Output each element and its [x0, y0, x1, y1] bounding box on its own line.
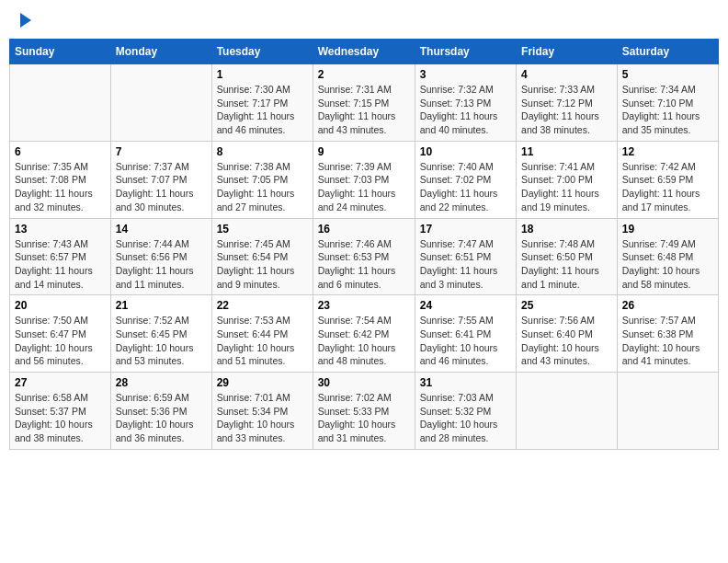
day-number: 22	[217, 299, 308, 312]
day-info: Sunrise: 7:48 AMSunset: 6:50 PMDaylight:…	[521, 237, 612, 292]
calendar-cell: 20Sunrise: 7:50 AMSunset: 6:47 PMDayligh…	[10, 295, 111, 373]
day-info: Sunrise: 7:41 AMSunset: 7:00 PMDaylight:…	[521, 160, 612, 214]
calendar-cell: 30Sunrise: 7:02 AMSunset: 5:33 PMDayligh…	[313, 373, 415, 450]
day-number: 6	[15, 145, 106, 158]
day-number: 16	[318, 223, 410, 236]
calendar-cell: 17Sunrise: 7:47 AMSunset: 6:51 PMDayligh…	[415, 218, 516, 295]
calendar-cell: 22Sunrise: 7:53 AMSunset: 6:44 PMDayligh…	[211, 295, 313, 373]
day-number: 1	[217, 68, 308, 81]
day-number: 24	[420, 299, 511, 312]
calendar-cell	[10, 64, 111, 142]
day-number: 26	[622, 299, 713, 312]
day-info: Sunrise: 7:57 AMSunset: 6:38 PMDaylight:…	[622, 314, 713, 368]
calendar-cell: 6Sunrise: 7:35 AMSunset: 7:08 PMDaylight…	[10, 141, 111, 218]
day-info: Sunrise: 7:38 AMSunset: 7:05 PMDaylight:…	[217, 160, 308, 214]
day-info: Sunrise: 7:02 AMSunset: 5:33 PMDaylight:…	[318, 391, 410, 445]
day-number: 9	[318, 145, 410, 158]
week-row-4: 20Sunrise: 7:50 AMSunset: 6:47 PMDayligh…	[10, 295, 719, 373]
calendar-cell: 19Sunrise: 7:49 AMSunset: 6:48 PMDayligh…	[617, 218, 718, 295]
day-info: Sunrise: 7:31 AMSunset: 7:15 PMDaylight:…	[318, 83, 410, 137]
calendar-cell: 12Sunrise: 7:42 AMSunset: 6:59 PMDayligh…	[617, 141, 718, 218]
day-info: Sunrise: 7:46 AMSunset: 6:53 PMDaylight:…	[318, 237, 410, 292]
col-header-saturday: Saturday	[617, 40, 718, 64]
calendar-cell: 27Sunrise: 6:58 AMSunset: 5:37 PMDayligh…	[10, 373, 111, 450]
col-header-monday: Monday	[110, 40, 211, 64]
day-info: Sunrise: 7:52 AMSunset: 6:45 PMDaylight:…	[116, 314, 207, 368]
calendar-cell: 2Sunrise: 7:31 AMSunset: 7:15 PMDaylight…	[313, 64, 415, 142]
col-header-thursday: Thursday	[415, 40, 516, 64]
day-info: Sunrise: 7:01 AMSunset: 5:34 PMDaylight:…	[217, 391, 308, 445]
calendar-cell: 10Sunrise: 7:40 AMSunset: 7:02 PMDayligh…	[415, 141, 516, 218]
day-number: 19	[622, 223, 713, 236]
day-info: Sunrise: 6:59 AMSunset: 5:36 PMDaylight:…	[116, 391, 207, 445]
day-info: Sunrise: 7:53 AMSunset: 6:44 PMDaylight:…	[217, 314, 308, 368]
day-number: 10	[420, 145, 511, 158]
day-number: 25	[521, 299, 612, 312]
day-number: 30	[318, 376, 410, 389]
day-info: Sunrise: 7:47 AMSunset: 6:51 PMDaylight:…	[420, 237, 511, 292]
day-info: Sunrise: 7:30 AMSunset: 7:17 PMDaylight:…	[217, 83, 308, 137]
calendar-cell: 24Sunrise: 7:55 AMSunset: 6:41 PMDayligh…	[415, 295, 516, 373]
day-info: Sunrise: 7:43 AMSunset: 6:57 PMDaylight:…	[15, 237, 106, 292]
day-number: 20	[15, 299, 106, 312]
day-number: 7	[116, 145, 207, 158]
day-info: Sunrise: 7:03 AMSunset: 5:32 PMDaylight:…	[420, 391, 511, 445]
day-number: 4	[521, 68, 612, 81]
day-number: 14	[116, 223, 207, 236]
calendar-cell	[617, 373, 718, 450]
day-number: 29	[217, 376, 308, 389]
day-info: Sunrise: 7:37 AMSunset: 7:07 PMDaylight:…	[116, 160, 207, 214]
calendar-table: SundayMondayTuesdayWednesdayThursdayFrid…	[9, 39, 719, 450]
week-row-1: 1Sunrise: 7:30 AMSunset: 7:17 PMDaylight…	[10, 64, 719, 142]
day-number: 5	[622, 68, 713, 81]
logo	[15, 13, 31, 28]
week-row-5: 27Sunrise: 6:58 AMSunset: 5:37 PMDayligh…	[10, 373, 719, 450]
day-info: Sunrise: 7:42 AMSunset: 6:59 PMDaylight:…	[622, 160, 713, 214]
calendar-cell: 11Sunrise: 7:41 AMSunset: 7:00 PMDayligh…	[517, 141, 618, 218]
col-header-wednesday: Wednesday	[313, 40, 415, 64]
calendar-cell: 21Sunrise: 7:52 AMSunset: 6:45 PMDayligh…	[110, 295, 211, 373]
calendar-cell: 4Sunrise: 7:33 AMSunset: 7:12 PMDaylight…	[517, 64, 618, 142]
calendar-cell	[110, 64, 211, 142]
day-number: 17	[420, 223, 511, 236]
calendar-cell: 9Sunrise: 7:39 AMSunset: 7:03 PMDaylight…	[313, 141, 415, 218]
calendar-cell	[517, 373, 618, 450]
col-header-sunday: Sunday	[10, 40, 111, 64]
calendar-cell: 28Sunrise: 6:59 AMSunset: 5:36 PMDayligh…	[110, 373, 211, 450]
day-info: Sunrise: 7:54 AMSunset: 6:42 PMDaylight:…	[318, 314, 410, 368]
day-number: 12	[622, 145, 713, 158]
calendar-cell: 13Sunrise: 7:43 AMSunset: 6:57 PMDayligh…	[10, 218, 111, 295]
day-number: 8	[217, 145, 308, 158]
day-number: 3	[420, 68, 511, 81]
calendar-cell: 31Sunrise: 7:03 AMSunset: 5:32 PMDayligh…	[415, 373, 516, 450]
page-header	[9, 9, 719, 31]
day-info: Sunrise: 7:44 AMSunset: 6:56 PMDaylight:…	[116, 237, 207, 292]
calendar-cell: 16Sunrise: 7:46 AMSunset: 6:53 PMDayligh…	[313, 218, 415, 295]
day-number: 15	[217, 223, 308, 236]
day-info: Sunrise: 7:55 AMSunset: 6:41 PMDaylight:…	[420, 314, 511, 368]
calendar-cell: 29Sunrise: 7:01 AMSunset: 5:34 PMDayligh…	[211, 373, 313, 450]
calendar-cell: 3Sunrise: 7:32 AMSunset: 7:13 PMDaylight…	[415, 64, 516, 142]
day-info: Sunrise: 7:56 AMSunset: 6:40 PMDaylight:…	[521, 314, 612, 368]
week-row-3: 13Sunrise: 7:43 AMSunset: 6:57 PMDayligh…	[10, 218, 719, 295]
calendar-cell: 15Sunrise: 7:45 AMSunset: 6:54 PMDayligh…	[211, 218, 313, 295]
header-row: SundayMondayTuesdayWednesdayThursdayFrid…	[10, 40, 719, 64]
day-number: 31	[420, 376, 511, 389]
day-number: 18	[521, 223, 612, 236]
day-info: Sunrise: 7:32 AMSunset: 7:13 PMDaylight:…	[420, 83, 511, 137]
logo-arrow-icon	[20, 13, 31, 28]
day-info: Sunrise: 7:50 AMSunset: 6:47 PMDaylight:…	[15, 314, 106, 368]
day-number: 27	[15, 376, 106, 389]
calendar-cell: 7Sunrise: 7:37 AMSunset: 7:07 PMDaylight…	[110, 141, 211, 218]
col-header-friday: Friday	[517, 40, 618, 64]
calendar-cell: 18Sunrise: 7:48 AMSunset: 6:50 PMDayligh…	[517, 218, 618, 295]
day-number: 23	[318, 299, 410, 312]
day-info: Sunrise: 7:33 AMSunset: 7:12 PMDaylight:…	[521, 83, 612, 137]
day-info: Sunrise: 7:45 AMSunset: 6:54 PMDaylight:…	[217, 237, 308, 292]
day-info: Sunrise: 7:39 AMSunset: 7:03 PMDaylight:…	[318, 160, 410, 214]
day-info: Sunrise: 6:58 AMSunset: 5:37 PMDaylight:…	[15, 391, 106, 445]
calendar-cell: 8Sunrise: 7:38 AMSunset: 7:05 PMDaylight…	[211, 141, 313, 218]
day-info: Sunrise: 7:40 AMSunset: 7:02 PMDaylight:…	[420, 160, 511, 214]
calendar-cell: 26Sunrise: 7:57 AMSunset: 6:38 PMDayligh…	[617, 295, 718, 373]
calendar-cell: 25Sunrise: 7:56 AMSunset: 6:40 PMDayligh…	[517, 295, 618, 373]
